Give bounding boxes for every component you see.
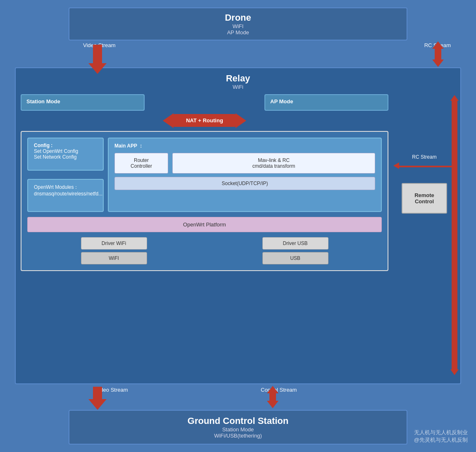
mavlink-box: Mav-link & RCcmd/data transform — [172, 153, 375, 174]
left-config-col: Config : Set OpenWrt Config Set Network … — [27, 138, 104, 212]
driver-wifi-col: Driver WiFi WiFI — [77, 237, 151, 264]
openwrt-modules-label: OpenWrt Modules： — [34, 184, 97, 191]
config-box: Config : Set OpenWrt Config Set Network … — [27, 138, 104, 171]
main-app-box: Main APP ： RouterController Mav-link & R… — [108, 138, 382, 212]
mavlink-label: Mav-link & RCcmd/data transform — [252, 157, 295, 169]
router-controller-box: RouterController — [114, 153, 168, 174]
watermark-line2: @先灵机与无人机反制 — [414, 436, 468, 444]
relay-subtitle: WiFi — [21, 84, 455, 90]
driver-usb-col: Driver USB USB — [258, 237, 333, 264]
remote-control-box: RemoteControl — [402, 183, 447, 214]
driver-wifi-box: Driver WiFi — [81, 237, 147, 250]
openwrt-platform-box: OpenWrt Platform — [27, 217, 382, 232]
relay-header: Relay WiFi — [21, 73, 455, 90]
config-line2: Set Network Config — [34, 154, 97, 160]
main-app-label: Main APP ： — [114, 143, 375, 150]
rc-right-column: RC Stream RemoteControl — [393, 94, 455, 375]
drone-box: Drone WiFI AP Mode — [69, 7, 407, 40]
driver-usb-box: Driver USB — [262, 237, 328, 250]
drone-title: Drone — [78, 12, 398, 23]
router-mavlink-row: RouterController Mav-link & RCcmd/data t… — [114, 153, 375, 174]
socket-box: Socket(UDP/TCP/IP) — [114, 177, 375, 190]
ap-mode-panel: AP Mode — [264, 94, 388, 111]
drone-subtitle1: WiFI — [78, 23, 398, 29]
video-bottom-arrow — [88, 387, 107, 410]
gcs-subtitle2: WiFi/USB(tethering) — [78, 433, 398, 439]
openwrt-modules-box: OpenWrt Modules： dnsmasq/route/wireless/… — [27, 179, 104, 212]
nat-arrow: NAT + Routing — [81, 114, 328, 127]
gcs-box: Ground Control Station Station Mode WiFi… — [69, 410, 407, 445]
control-stream-label: Control Stream — [261, 387, 297, 393]
config-label: Config : — [34, 143, 97, 148]
video-arrow-down — [88, 45, 107, 74]
watermark: 无人机与无人机反制业 @先灵机与无人机反制 — [414, 429, 468, 444]
gcs-subtitle1: Station Mode — [78, 426, 398, 433]
relay-section: Relay WiFi Station Mode AP Mode NAT + Ro… — [15, 67, 461, 384]
station-mode-panel: Station Mode — [21, 94, 145, 111]
remote-control-label: RemoteControl — [414, 192, 434, 205]
rc-arrow-top — [432, 41, 444, 67]
config-line1: Set OpenWrt Config — [34, 148, 97, 154]
relay-title: Relay — [21, 73, 455, 84]
wifi-hw-box: WiFI — [81, 252, 147, 264]
rc-horiz-arrow — [393, 162, 455, 171]
usb-hw-box: USB — [262, 252, 328, 264]
control-stream-arrow — [267, 386, 278, 408]
bottom-arrows-row: Video Stream Control Stream — [15, 384, 461, 408]
openwrt-modules-detail: dnsmasq/route/wireless/netfd... — [34, 191, 97, 197]
router-controller-label: RouterController — [131, 157, 152, 169]
drone-subtitle2: AP Mode — [78, 29, 398, 36]
inner-box: Config : Set OpenWrt Config Set Network … — [21, 131, 388, 271]
rc-vert-double-right — [450, 94, 459, 375]
gcs-title: Ground Control Station — [78, 416, 398, 426]
nat-label: NAT + Routing — [174, 114, 236, 127]
watermark-line1: 无人机与无人机反制业 — [414, 429, 468, 436]
main-container: Drone WiFI AP Mode Video Stream RC Strea… — [11, 0, 465, 452]
driver-row: Driver WiFi WiFI Driver USB USB — [27, 237, 382, 264]
rc-stream-middle-label: RC Stream — [412, 154, 436, 160]
